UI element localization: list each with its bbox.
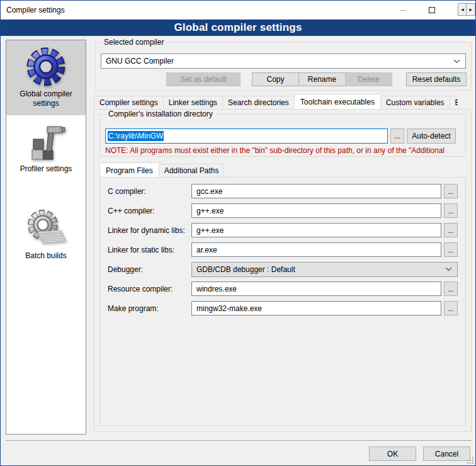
- make-program-row: Make program: ...: [108, 301, 458, 315]
- browse-resource-compiler-button[interactable]: ...: [444, 281, 458, 296]
- resource-compiler-input[interactable]: [191, 281, 441, 296]
- field-label: Make program:: [108, 304, 191, 313]
- installation-directory-value: C:\raylib\MinGW: [108, 131, 164, 141]
- field-label: Linker for static libs:: [108, 246, 191, 254]
- field-label: C compiler:: [108, 187, 191, 196]
- sidebar-item-label: Profiler settings: [6, 164, 86, 174]
- resize-grip[interactable]: [467, 457, 473, 463]
- browse-cpp-compiler-button[interactable]: ...: [444, 203, 458, 218]
- settings-tabstrip: Compiler settings Linker settings Search…: [94, 93, 472, 109]
- tab-scroll-right-button[interactable]: ▸: [466, 3, 475, 16]
- debugger-select-value: GDB/CDB debugger : Default: [192, 265, 445, 274]
- arrow-right-icon: ▸: [469, 6, 472, 13]
- cancel-button[interactable]: Cancel: [423, 446, 470, 461]
- program-files-panel: C compiler: ... C++ compiler: ... Linker…: [99, 177, 466, 426]
- bin-subdirectory-note: NOTE: All programs must exist either in …: [105, 146, 465, 155]
- debugger-select[interactable]: GDB/CDB debugger : Default: [191, 262, 458, 277]
- sidebar-item-batch-builds[interactable]: Batch builds: [6, 202, 86, 278]
- minimize-icon: [400, 10, 406, 11]
- reset-defaults-button[interactable]: Reset defaults: [406, 72, 467, 86]
- tab-custom-variables[interactable]: Custom variables: [380, 96, 450, 109]
- c-compiler-input[interactable]: [191, 184, 441, 198]
- make-program-input[interactable]: [191, 301, 441, 315]
- gray-gear-stack-icon: [26, 208, 66, 249]
- dynamic-linker-input[interactable]: [191, 223, 441, 237]
- minimize-button[interactable]: [388, 1, 417, 20]
- tab-additional-paths[interactable]: Additional Paths: [159, 164, 225, 177]
- debugger-row: Debugger: GDB/CDB debugger : Default: [108, 262, 458, 276]
- window-title: Compiler settings: [6, 6, 65, 14]
- installation-directory-input[interactable]: C:\raylib\MinGW: [105, 128, 388, 144]
- dynamic-linker-row: Linker for dynamic libs: ...: [108, 223, 458, 237]
- chevron-down-icon: [445, 267, 452, 271]
- browse-make-program-button[interactable]: ...: [444, 301, 458, 315]
- chevron-down-icon: [453, 59, 460, 64]
- group-label: Selected compiler: [101, 38, 166, 47]
- program-files-tabstrip: Program Files Additional Paths: [99, 162, 224, 177]
- field-label: Resource compiler:: [108, 285, 191, 293]
- compiler-select[interactable]: GNU GCC Compiler: [101, 54, 466, 69]
- resource-compiler-row: Resource compiler: ...: [108, 281, 458, 296]
- tab-build-options[interactable]: Build options: [450, 96, 458, 109]
- tab-linker-settings[interactable]: Linker settings: [163, 96, 223, 109]
- settings-category-list: Global compiler settings Profiler settin…: [6, 40, 86, 435]
- browse-static-linker-button[interactable]: ...: [444, 242, 458, 257]
- field-label: Debugger:: [108, 265, 191, 274]
- cpp-compiler-input[interactable]: [191, 203, 441, 218]
- sidebar-item-label: Batch builds: [6, 251, 86, 261]
- titlebar: Compiler settings: [1, 1, 475, 20]
- cpp-compiler-row: C++ compiler: ...: [108, 203, 458, 218]
- rename-button[interactable]: Rename: [298, 72, 346, 86]
- delete-button: Delete: [345, 72, 392, 86]
- page-title: Global compiler settings: [174, 21, 302, 34]
- ok-button[interactable]: OK: [369, 446, 416, 461]
- field-label: Linker for dynamic libs:: [108, 226, 191, 235]
- browse-dynamic-linker-button[interactable]: ...: [444, 223, 458, 237]
- compiler-actions: Set as default Copy Rename Delete Reset …: [94, 72, 472, 86]
- dialog-header: Global compiler settings: [1, 20, 475, 36]
- blue-gear-icon: [26, 47, 66, 87]
- compiler-settings-dialog: Compiler settings Global compiler settin…: [0, 0, 476, 466]
- arrow-left-icon: ◂: [461, 6, 464, 13]
- tab-compiler-settings[interactable]: Compiler settings: [94, 96, 164, 109]
- sidebar-item-profiler-settings[interactable]: Profiler settings: [6, 115, 86, 191]
- tab-toolchain-executables[interactable]: Toolchain executables: [294, 94, 381, 109]
- maximize-button[interactable]: [417, 1, 446, 20]
- tab-search-directories[interactable]: Search directories: [222, 96, 295, 109]
- set-as-default-button: Set as default: [166, 72, 241, 86]
- browse-directory-button[interactable]: ...: [390, 128, 404, 144]
- tab-program-files[interactable]: Program Files: [99, 162, 159, 178]
- group-label: Compiler's installation directory: [106, 110, 215, 118]
- caliper-blocks-icon: [26, 122, 66, 162]
- c-compiler-row: C compiler: ...: [108, 184, 458, 198]
- copy-button[interactable]: Copy: [252, 72, 299, 86]
- installation-directory-group: Compiler's installation directory C:\ray…: [99, 114, 466, 157]
- sidebar-item-label: Global compiler settings: [6, 89, 86, 108]
- compiler-select-value: GNU GCC Compiler: [101, 57, 453, 65]
- sidebar-item-global-compiler-settings[interactable]: Global compiler settings: [6, 40, 86, 115]
- browse-c-compiler-button[interactable]: ...: [444, 184, 458, 198]
- footer-divider: [6, 440, 472, 441]
- static-linker-input[interactable]: [191, 242, 441, 257]
- static-linker-row: Linker for static libs: ...: [108, 242, 458, 257]
- maximize-icon: [429, 7, 435, 13]
- auto-detect-button[interactable]: Auto-detect: [407, 128, 456, 144]
- tabs-scroll-area: Compiler settings Linker settings Search…: [94, 93, 458, 109]
- field-label: C++ compiler:: [108, 207, 191, 215]
